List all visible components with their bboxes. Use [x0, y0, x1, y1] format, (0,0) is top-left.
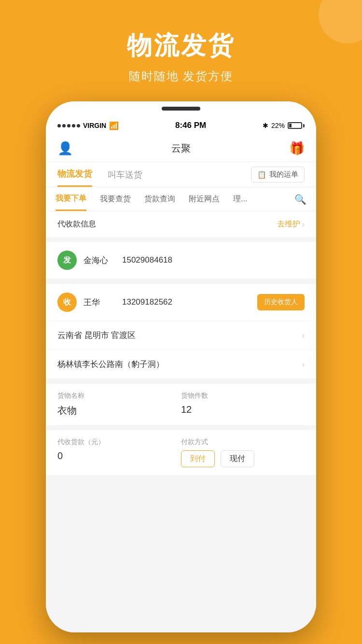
payment-options: 到付 现付 [181, 450, 305, 467]
app-title: 云聚 [171, 142, 191, 155]
maintain-button[interactable]: 去维护 › [277, 219, 305, 229]
battery-percent: 22% [271, 122, 285, 129]
status-bar: VIRGIN 📶 8:46 PM ✱ 22% [46, 116, 316, 135]
sender-name: 金海心 [84, 255, 122, 266]
payment-option-xianpay[interactable]: 现付 [221, 450, 254, 467]
calendar-icon: 📋 [257, 170, 266, 179]
goods-name-label: 货物名称 [57, 392, 181, 400]
app-content: 代收款信息 去维护 › 发 金海心 15029084618 收 王华 13209… [46, 211, 316, 632]
payment-row: 代收货款（元） 0 付款方式 到付 现付 [57, 438, 305, 467]
goods-card: 货物名称 衣物 货物件数 12 [46, 384, 316, 425]
collect-info-row: 代收款信息 去维护 › [46, 211, 316, 237]
battery-icon [288, 122, 305, 129]
sub-nav: 我要下单 我要查货 货款查询 附近网点 理... 🔍 [46, 187, 316, 211]
payment-card: 代收货款（元） 0 付款方式 到付 现付 [46, 430, 316, 475]
bluetooth-icon: ✱ [263, 122, 268, 129]
sender-row: 发 金海心 15029084618 [46, 242, 316, 279]
receiver-row: 收 王华 13209182562 历史收货人 [46, 284, 316, 321]
history-receiver-button[interactable]: 历史收货人 [257, 294, 305, 310]
address-detail-row[interactable]: 杨林镇李长公路南（豹子洞） › [46, 350, 316, 379]
payment-option-daopay[interactable]: 到付 [181, 450, 215, 467]
chevron-right-icon: › [302, 360, 305, 369]
sender-avatar: 发 [57, 251, 77, 270]
status-time: 8:46 PM [175, 121, 206, 130]
sub-nav-payment[interactable]: 货款查询 [144, 187, 175, 211]
collect-info-label: 代收款信息 [57, 219, 96, 229]
collect-info-card: 代收款信息 去维护 › [46, 211, 316, 237]
address-city: 云南省 昆明市 官渡区 [57, 330, 136, 341]
chevron-right-icon: › [302, 331, 305, 340]
sub-nav-check[interactable]: 我要查货 [100, 187, 131, 211]
goods-count-col: 货物件数 12 [181, 392, 305, 417]
carrier-name: VIRGIN [83, 122, 106, 129]
receiver-name: 王华 [84, 297, 122, 308]
search-icon[interactable]: 🔍 [294, 194, 306, 205]
chevron-right-icon: › [302, 220, 305, 229]
payment-method-col: 付款方式 到付 现付 [181, 438, 305, 467]
phone-shell: VIRGIN 📶 8:46 PM ✱ 22% 👤 云聚 🎁 物流发货 叫车送货 … [46, 101, 316, 632]
waybill-button[interactable]: 📋 我的运单 [251, 167, 305, 182]
page-subtitle: 随时随地 发货方便 [0, 69, 362, 84]
sender-phone: 15029084618 [122, 255, 305, 265]
status-left: VIRGIN 📶 [57, 121, 119, 130]
cod-value: 0 [57, 450, 181, 462]
cod-label: 代收货款（元） [57, 438, 181, 447]
app-bar: 👤 云聚 🎁 [46, 135, 316, 162]
tab-car-delivery[interactable]: 叫车送货 [108, 162, 142, 187]
tab-logistics[interactable]: 物流发货 [57, 162, 92, 187]
page-title: 物流发货 [0, 29, 362, 63]
waybill-label: 我的运单 [269, 170, 298, 179]
goods-name-value: 衣物 [57, 404, 181, 417]
signal-icon [57, 124, 80, 127]
sub-nav-nearby[interactable]: 附近网点 [189, 187, 220, 211]
cod-col: 代收货款（元） 0 [57, 438, 181, 462]
phone-speaker [162, 107, 200, 111]
phone-notch [46, 101, 316, 116]
header-section: 物流发货 随时随地 发货方便 [0, 29, 362, 84]
sender-card: 发 金海心 15029084618 [46, 242, 316, 279]
sub-nav-order[interactable]: 我要下单 [56, 187, 86, 211]
status-right: ✱ 22% [263, 122, 305, 129]
sub-nav-more[interactable]: 理... [233, 187, 247, 211]
receiver-avatar: 收 [57, 293, 77, 312]
address-city-row[interactable]: 云南省 昆明市 官渡区 › [46, 321, 316, 350]
receiver-phone: 13209182562 [122, 297, 257, 307]
payment-method-label: 付款方式 [181, 438, 305, 447]
goods-count-label: 货物件数 [181, 392, 305, 400]
maintain-label: 去维护 [277, 219, 300, 229]
user-icon[interactable]: 👤 [57, 141, 73, 156]
address-detail: 杨林镇李长公路南（豹子洞） [57, 359, 164, 370]
gift-icon[interactable]: 🎁 [289, 141, 305, 156]
goods-row: 货物名称 衣物 货物件数 12 [57, 392, 305, 425]
goods-name-col: 货物名称 衣物 [57, 392, 181, 417]
main-tab-bar: 物流发货 叫车送货 📋 我的运单 [46, 162, 316, 187]
wifi-icon: 📶 [109, 121, 119, 130]
receiver-card: 收 王华 13209182562 历史收货人 云南省 昆明市 官渡区 › 杨林镇… [46, 284, 316, 379]
goods-count-value: 12 [181, 404, 305, 415]
